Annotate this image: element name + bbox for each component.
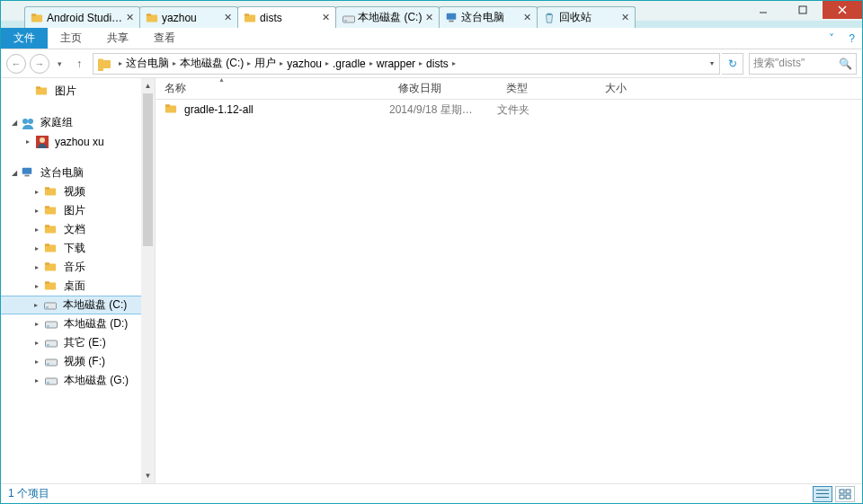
- sidebar-item[interactable]: ▸yazhou xu: [1, 132, 155, 151]
- svg-rect-23: [22, 167, 32, 173]
- col-label: 大小: [605, 82, 627, 94]
- svg-rect-54: [840, 495, 844, 499]
- sidebar-group-pc[interactable]: ◢这台电脑: [1, 164, 155, 182]
- sidebar-item[interactable]: ▸本地磁盘 (G:): [1, 371, 155, 390]
- sidebar-item-label: 其它 (E:): [64, 335, 106, 350]
- chevron-right-icon: ▸: [280, 59, 283, 67]
- caret-icon: ▸: [35, 225, 44, 234]
- titlebar: Android Studi…✕yazhou✕dists✕本地磁盘 (C:)✕这台…: [1, 1, 862, 28]
- window-tab[interactable]: yazhou✕: [139, 6, 238, 28]
- folder-media-icon: [44, 185, 58, 199]
- drive-icon: [342, 12, 354, 24]
- sidebar-item[interactable]: ▸视频: [1, 182, 155, 201]
- tab-close-icon[interactable]: ✕: [224, 13, 232, 22]
- tab-close-icon[interactable]: ✕: [126, 13, 134, 22]
- caret-icon: ▸: [35, 282, 44, 290]
- close-button[interactable]: [823, 1, 862, 19]
- crumb-segment[interactable]: .gradle: [333, 57, 366, 70]
- address-dropdown-icon[interactable]: ▾: [705, 59, 719, 67]
- folder-icon: [97, 57, 111, 71]
- window-buttons: [743, 1, 862, 19]
- crumb-segment[interactable]: yazhou: [287, 57, 322, 70]
- search-input[interactable]: 搜索"dists" 🔍: [749, 53, 857, 75]
- search-icon: 🔍: [839, 57, 852, 70]
- sidebar-item-label: 本地磁盘 (D:): [64, 316, 128, 332]
- crumb-segment[interactable]: dists: [426, 57, 449, 70]
- folder-icon: [31, 12, 43, 24]
- sidebar-group-homegroup[interactable]: ◢家庭组: [1, 113, 155, 132]
- caret-icon: ◢: [12, 119, 21, 127]
- history-dropdown[interactable]: ▾: [53, 54, 66, 74]
- sidebar-item[interactable]: ▸图片: [1, 201, 155, 220]
- file-row[interactable]: gradle-1.12-all2014/9/18 星期…文件夹: [156, 100, 862, 119]
- svg-point-20: [28, 119, 33, 124]
- svg-rect-53: [846, 490, 850, 493]
- tab-close-icon[interactable]: ✕: [322, 13, 330, 22]
- expand-ribbon-icon[interactable]: ˅: [822, 28, 841, 49]
- help-icon[interactable]: ?: [841, 28, 862, 49]
- col-date[interactable]: 修改日期: [389, 81, 497, 96]
- col-type[interactable]: 类型: [497, 81, 596, 96]
- maximize-button[interactable]: [783, 1, 823, 19]
- sidebar-item[interactable]: ▸视频 (F:): [1, 352, 155, 371]
- ribbon-menu[interactable]: 共享: [94, 28, 141, 49]
- search-placeholder: 搜索"dists": [753, 56, 805, 71]
- ribbon-menu[interactable]: 查看: [141, 28, 188, 49]
- sidebar-item-label: 图片: [55, 84, 76, 99]
- svg-rect-1: [31, 13, 36, 16]
- svg-rect-48: [165, 104, 170, 107]
- view-details-button[interactable]: [813, 486, 832, 502]
- window-tab[interactable]: Android Studi…✕: [24, 6, 140, 28]
- svg-rect-10: [547, 13, 552, 14]
- crumb-segment[interactable]: 用户: [254, 56, 276, 71]
- sidebar-item[interactable]: 图片: [1, 82, 155, 101]
- status-text: 1 个项目: [8, 486, 49, 501]
- window-tab[interactable]: 这台电脑✕: [439, 6, 538, 28]
- address-bar[interactable]: ▸这台电脑▸本地磁盘 (C:)▸用户▸yazhou▸.gradle▸wrappe…: [93, 53, 720, 75]
- sidebar-item[interactable]: ▸文档: [1, 220, 155, 239]
- chevron-right-icon: ▸: [452, 59, 456, 67]
- scroll-down-icon[interactable]: ▼: [141, 468, 155, 483]
- crumb-segment[interactable]: 本地磁盘 (C:): [180, 56, 244, 71]
- sidebar-item[interactable]: ▸下载: [1, 239, 155, 258]
- tab-close-icon[interactable]: ✕: [523, 13, 531, 22]
- sidebar-item[interactable]: ▸其它 (E:): [1, 333, 155, 352]
- ribbon-file-tab[interactable]: 文件: [1, 28, 48, 49]
- window-tab[interactable]: dists✕: [237, 6, 336, 28]
- refresh-button[interactable]: ↻: [722, 53, 743, 75]
- up-button[interactable]: ↑: [69, 54, 89, 74]
- window-tab[interactable]: 回收站✕: [537, 6, 636, 28]
- minimize-button[interactable]: [743, 1, 783, 19]
- tab-close-icon[interactable]: ✕: [621, 13, 629, 22]
- chevron-right-icon: ▸: [419, 59, 423, 67]
- body: 图片◢家庭组▸yazhou xu◢这台电脑▸视频▸图片▸文档▸下载▸音乐▸桌面▸…: [1, 78, 862, 483]
- scroll-up-icon[interactable]: ▲: [141, 78, 155, 93]
- file-type: 文件夹: [497, 102, 596, 118]
- drive-icon: [44, 317, 58, 332]
- scroll-thumb[interactable]: [143, 93, 153, 246]
- chevron-right-icon: ▸: [325, 59, 329, 67]
- sidebar-item[interactable]: ▸本地磁盘 (C:): [1, 296, 155, 314]
- caret-icon: ▸: [34, 301, 43, 309]
- sidebar-scrollbar[interactable]: ▲ ▼: [141, 78, 155, 483]
- caret-icon: ▸: [35, 358, 44, 366]
- caret-icon: ▸: [35, 263, 44, 271]
- svg-rect-9: [449, 20, 454, 22]
- crumb-segment[interactable]: 这台电脑: [126, 56, 169, 71]
- crumb-segment[interactable]: wrapper: [377, 57, 415, 70]
- sidebar-item-label: 桌面: [64, 279, 85, 294]
- view-icons-button[interactable]: [835, 486, 855, 502]
- tab-label: 这台电脑: [461, 10, 520, 25]
- col-label: 类型: [506, 82, 528, 94]
- tab-close-icon[interactable]: ✕: [425, 13, 433, 22]
- ribbon-menu[interactable]: 主页: [48, 28, 94, 49]
- col-name[interactable]: 名称: [156, 81, 389, 96]
- window-tab[interactable]: 本地磁盘 (C:)✕: [335, 6, 440, 28]
- sidebar-item[interactable]: ▸桌面: [1, 277, 155, 296]
- sidebar-item[interactable]: ▸音乐: [1, 258, 155, 277]
- back-button[interactable]: ←: [6, 54, 26, 74]
- sidebar-item[interactable]: ▸本地磁盘 (D:): [1, 314, 155, 333]
- col-size[interactable]: 大小: [596, 81, 686, 96]
- file-date: 2014/9/18 星期…: [389, 102, 497, 118]
- forward-button[interactable]: →: [30, 54, 49, 74]
